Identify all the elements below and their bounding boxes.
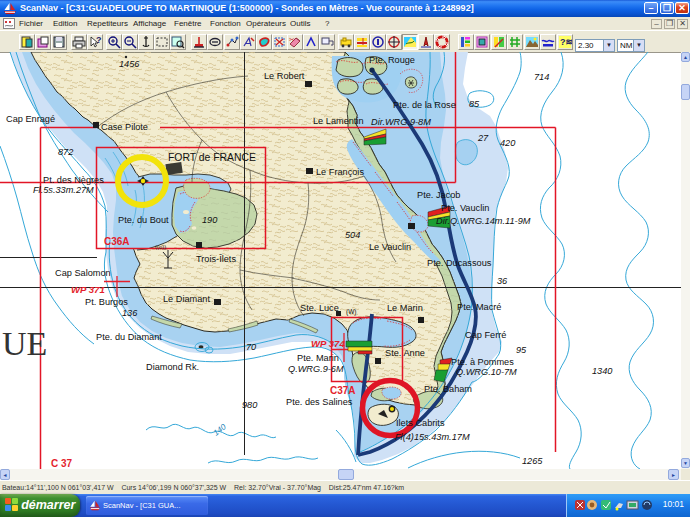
svg-text:Pte. Baham: Pte. Baham [424, 384, 472, 394]
svg-text:1456: 1456 [119, 59, 140, 69]
svg-text:980: 980 [242, 400, 258, 410]
svg-text:Le François: Le François [316, 167, 364, 177]
svg-text:Pte. Vauclin: Pte. Vauclin [441, 203, 489, 213]
svg-text:714: 714 [534, 72, 549, 82]
svg-text:420: 420 [500, 138, 516, 148]
svg-text:C 37: C 37 [51, 458, 73, 469]
svg-text:Pte. du Diamant: Pte. du Diamant [96, 332, 162, 342]
svg-text:Pte. Macré: Pte. Macré [457, 302, 501, 312]
svg-text:Dir.WRG.9-8M: Dir.WRG.9-8M [371, 117, 431, 127]
svg-text:Fl(4)15s.43m.17M: Fl(4)15s.43m.17M [395, 432, 470, 442]
svg-text:Pte. Jacob: Pte. Jacob [417, 190, 460, 200]
svg-text:Dir.Q.WRG.14m.11-9M: Dir.Q.WRG.14m.11-9M [436, 216, 531, 226]
svg-text:872: 872 [58, 147, 73, 157]
svg-text:70: 70 [246, 342, 257, 352]
svg-text:UE: UE [2, 325, 47, 362]
svg-text:C37A: C37A [330, 385, 356, 396]
svg-text:Pt. des Nègres: Pt. des Nègres [43, 175, 104, 185]
svg-text:1340: 1340 [592, 366, 613, 376]
svg-text:?≋: ?≋ [560, 37, 572, 47]
svg-text:Pt. Burgos: Pt. Burgos [85, 297, 128, 307]
svg-text:C36A: C36A [104, 236, 130, 247]
svg-text:1265: 1265 [522, 456, 543, 466]
svg-text:Diamond Rk.: Diamond Rk. [146, 362, 199, 372]
svg-text:Pte. Marin: Pte. Marin [297, 353, 339, 363]
svg-text:✂: ✂ [289, 36, 295, 43]
svg-text:Pte. des Salines: Pte. des Salines [286, 397, 353, 407]
svg-text:Trois-Îlets: Trois-Îlets [196, 254, 236, 264]
svg-text:85: 85 [469, 99, 480, 109]
svg-text:Pte. du Bout: Pte. du Bout [118, 215, 169, 225]
svg-text:(W): (W) [346, 308, 356, 316]
svg-text:Cap Salomon: Cap Salomon [55, 268, 111, 278]
svg-text:?: ? [96, 35, 102, 45]
svg-text:Case Pilote: Case Pilote [101, 122, 148, 132]
svg-text:WP 371: WP 371 [71, 284, 105, 295]
svg-text:Le Lamentin: Le Lamentin [313, 116, 364, 126]
svg-text:FORT de FRANCE: FORT de FRANCE [168, 152, 256, 163]
svg-text:Le Diamant: Le Diamant [163, 294, 210, 304]
svg-text:WP 374: WP 374 [311, 338, 345, 349]
svg-text:136: 136 [122, 308, 138, 318]
svg-text:((o)): ((o)) [155, 244, 166, 250]
svg-text:Le Vauclin: Le Vauclin [369, 242, 411, 252]
svg-text:190: 190 [202, 215, 218, 225]
svg-text:Cap Enragé: Cap Enragé [6, 114, 55, 124]
svg-text:27: 27 [477, 133, 489, 143]
svg-text:36: 36 [497, 276, 508, 286]
svg-text:504: 504 [345, 230, 360, 240]
svg-text:Ste. Anne: Ste. Anne [385, 348, 425, 358]
svg-text:Pte. Rouge: Pte. Rouge [369, 55, 415, 65]
svg-text:Pte. Ducassous: Pte. Ducassous [427, 258, 492, 268]
svg-text:Pte. à Pommes: Pte. à Pommes [451, 357, 514, 367]
svg-text:Le Robert: Le Robert [264, 71, 305, 81]
svg-text:95: 95 [516, 345, 527, 355]
svg-text:Ste. Luce: Ste. Luce [300, 303, 339, 313]
svg-text:Q.WRG.10-7M: Q.WRG.10-7M [456, 367, 517, 377]
svg-text:Cap Ferré: Cap Ferré [465, 330, 506, 340]
svg-text:Pte. de la Rose: Pte. de la Rose [393, 100, 456, 110]
svg-text:Le Marin: Le Marin [387, 303, 423, 313]
svg-text:Ilets Cabrits: Ilets Cabrits [396, 418, 445, 428]
svg-text:Q.WRG.9-6M: Q.WRG.9-6M [288, 364, 344, 374]
svg-text:Fl.5s.33m.27M: Fl.5s.33m.27M [33, 185, 94, 195]
